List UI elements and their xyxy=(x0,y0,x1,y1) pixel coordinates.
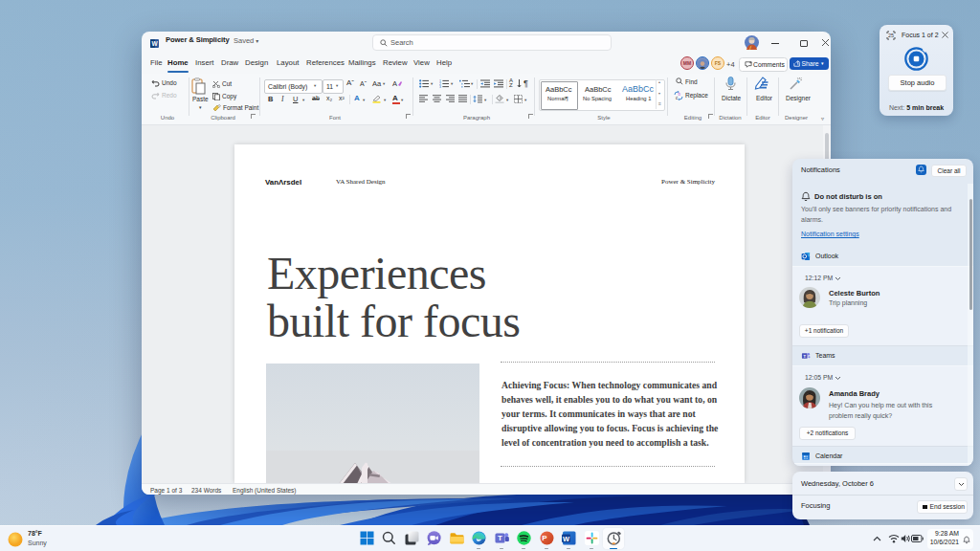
svg-text:T: T xyxy=(498,534,502,542)
svg-text:b: b xyxy=(679,92,681,97)
svg-text:W: W xyxy=(563,535,570,543)
svg-text:3: 3 xyxy=(439,85,441,88)
svg-text:P: P xyxy=(542,534,547,542)
svg-text:W: W xyxy=(152,40,159,47)
svg-text:25: 25 xyxy=(888,33,894,38)
